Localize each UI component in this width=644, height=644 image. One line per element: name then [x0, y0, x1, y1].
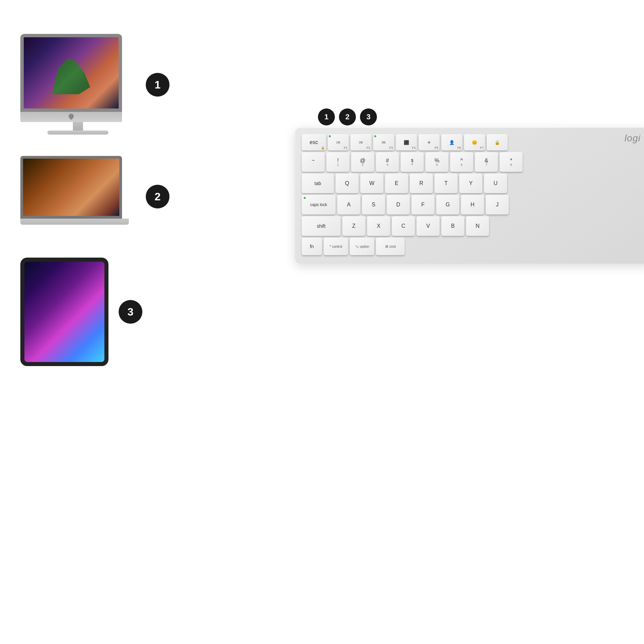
keyboard-brand-label: logi — [624, 133, 641, 144]
key-caps-lock[interactable]: caps lock — [302, 195, 336, 215]
keyboard-container: 1 2 3 logi esc 🔒 1⊞ F1 — [295, 108, 644, 264]
key-f3[interactable]: 3⊞ F3 — [373, 134, 394, 150]
key-t[interactable]: T — [435, 174, 458, 193]
key-control[interactable]: ^ control — [324, 238, 348, 255]
ipad-outer — [20, 258, 108, 366]
key-esc-label: esc — [310, 140, 318, 145]
key-s[interactable]: S — [362, 195, 385, 215]
key-f[interactable]: F — [411, 195, 435, 215]
key-e[interactable]: E — [385, 174, 408, 193]
key-d[interactable]: D — [387, 195, 410, 215]
key-f2[interactable]: 2⊞ F2 — [350, 134, 371, 150]
key-f3-dot — [374, 135, 376, 137]
key-n[interactable]: N — [466, 216, 489, 236]
key-h[interactable]: H — [461, 195, 484, 215]
key-f4-icon: ⬛ — [404, 140, 409, 145]
key-esc-sub: 🔒 — [321, 146, 325, 149]
key-q[interactable]: Q — [336, 174, 359, 193]
key-b[interactable]: B — [441, 216, 464, 236]
keyboard-badge-3: 3 — [360, 108, 377, 125]
key-f4[interactable]: ⬛ F4 — [396, 134, 417, 150]
key-8[interactable]: * 8 — [500, 152, 523, 172]
number-key-row: ~ ` ! 1 @ 2 # 3 — [302, 152, 644, 172]
imac-island-graphic — [52, 59, 90, 94]
keyboard-badge-1: 1 — [318, 108, 335, 125]
key-f7[interactable]: 😊 F7 — [464, 134, 485, 150]
key-r[interactable]: R — [410, 174, 433, 193]
ipad-wallpaper — [24, 262, 104, 362]
key-3-top: # — [386, 158, 389, 163]
key-7-bot: 7 — [485, 163, 487, 166]
key-2[interactable]: @ 2 — [351, 152, 374, 172]
device-badge-2: 2 — [146, 185, 169, 208]
key-f1[interactable]: 1⊞ F1 — [328, 134, 349, 150]
key-3[interactable]: # 3 — [376, 152, 399, 172]
key-5-bot: 5 — [436, 163, 438, 166]
key-a[interactable]: A — [337, 195, 360, 215]
key-d-label: D — [396, 202, 400, 207]
qwerty-key-row: tab Q W E R T — [302, 174, 644, 193]
key-f2-label: F2 — [366, 146, 370, 149]
key-4[interactable]: $ 4 — [401, 152, 424, 172]
device-badge-3: 3 — [119, 300, 142, 324]
key-1[interactable]: ! 1 — [326, 152, 349, 172]
key-5[interactable]: % 5 — [425, 152, 448, 172]
key-6[interactable]: ^ 6 — [450, 152, 473, 172]
key-tab[interactable]: tab — [302, 174, 334, 193]
macbook-body — [20, 219, 129, 225]
key-z-label: Z — [352, 223, 356, 229]
key-shift[interactable]: shift — [302, 216, 341, 236]
key-c[interactable]: C — [392, 216, 415, 236]
key-f5-icon: ☀ — [427, 140, 431, 145]
key-fn[interactable]: fn — [302, 238, 322, 255]
keyboard-badge-2: 2 — [339, 108, 356, 125]
key-a-label: A — [347, 202, 351, 207]
key-esc[interactable]: esc 🔒 — [302, 134, 326, 150]
apple-logo-icon — [68, 114, 75, 120]
key-h-label: H — [470, 202, 475, 207]
key-y[interactable]: Y — [459, 174, 482, 193]
key-3-bot: 3 — [386, 163, 388, 166]
imac-device — [20, 34, 136, 136]
key-f6[interactable]: 👤 F6 — [441, 134, 462, 150]
key-tab-label: tab — [315, 181, 321, 186]
key-f6-icon: 👤 — [449, 140, 455, 145]
imac-chin — [20, 112, 122, 122]
key-f5[interactable]: ☀ F5 — [419, 134, 440, 150]
key-v[interactable]: V — [417, 216, 440, 236]
key-t-label: T — [444, 181, 448, 186]
key-g-label: G — [446, 202, 450, 207]
key-f7-label: F7 — [480, 146, 484, 149]
macbook-device — [20, 156, 136, 237]
key-z[interactable]: Z — [342, 216, 365, 236]
key-command[interactable]: ⌘ cmd — [376, 238, 405, 255]
key-r-label: R — [419, 181, 423, 186]
key-u[interactable]: U — [484, 174, 507, 193]
key-s-label: S — [372, 202, 376, 207]
key-7-top: & — [485, 158, 488, 163]
keyboard-rows: esc 🔒 1⊞ F1 2⊞ F2 3⊞ F3 — [302, 134, 644, 255]
key-f8[interactable]: 🔒 — [487, 134, 508, 150]
caps-lock-dot — [304, 197, 306, 199]
key-b-label: B — [451, 223, 455, 229]
macbook-wallpaper — [23, 159, 119, 216]
key-8-bot: 8 — [510, 163, 512, 166]
key-f1-dot — [329, 135, 331, 137]
key-u-label: U — [494, 181, 498, 186]
key-j[interactable]: J — [486, 195, 509, 215]
key-command-label: ⌘ cmd — [385, 244, 396, 249]
key-option[interactable]: ⌥ option — [350, 238, 374, 255]
key-j-label: J — [496, 202, 499, 207]
key-w[interactable]: W — [360, 174, 383, 193]
key-shift-label: shift — [317, 224, 326, 228]
imac-screen — [20, 34, 122, 112]
key-g[interactable]: G — [436, 195, 459, 215]
key-y-label: Y — [469, 181, 473, 186]
key-7[interactable]: & 7 — [475, 152, 498, 172]
fn-key-row: esc 🔒 1⊞ F1 2⊞ F2 3⊞ F3 — [302, 134, 644, 150]
key-tilde[interactable]: ~ ` — [302, 152, 325, 172]
key-x[interactable]: X — [367, 216, 390, 236]
key-5-top: % — [435, 158, 439, 163]
key-control-label: ^ control — [329, 244, 342, 249]
key-f5-label: F5 — [435, 146, 438, 149]
